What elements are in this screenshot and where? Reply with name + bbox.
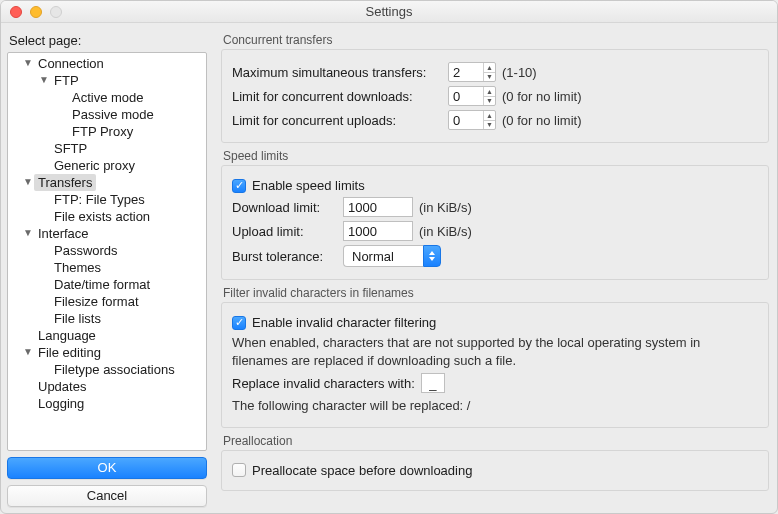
tree-item[interactable]: ▼Logging xyxy=(8,395,206,412)
tree-item[interactable]: ▼Updates xyxy=(8,378,206,395)
disclosure-triangle-icon[interactable]: ▼ xyxy=(22,54,34,71)
tree-item-label: FTP: File Types xyxy=(50,191,149,208)
group-title-concurrent: Concurrent transfers xyxy=(223,33,769,47)
disclosure-triangle-icon[interactable]: ▼ xyxy=(22,173,34,190)
tree-item[interactable]: ▼Interface xyxy=(8,225,206,242)
tree-item[interactable]: ▼File editing xyxy=(8,344,206,361)
tree-item-label: Generic proxy xyxy=(50,157,139,174)
tree-item-label: File editing xyxy=(34,344,105,361)
tree-item[interactable]: ▼Filetype associations xyxy=(8,361,206,378)
page-tree[interactable]: ▼Connection▼FTPActive modePassive modeFT… xyxy=(7,52,207,451)
titlebar: Settings xyxy=(1,1,777,23)
tree-item[interactable]: Passive mode xyxy=(8,106,206,123)
content-pane: Concurrent transfers Maximum simultaneou… xyxy=(213,23,777,514)
tree-item-label: Updates xyxy=(34,378,90,395)
concurrent-downloads-hint: (0 for no limit) xyxy=(502,89,581,104)
tree-item[interactable]: ▼FTP xyxy=(8,72,206,89)
group-prealloc: Preallocate space before downloading xyxy=(221,450,769,491)
tree-item-label: Passive mode xyxy=(68,106,158,123)
tree-item[interactable]: ▼Date/time format xyxy=(8,276,206,293)
tree-item-label: Filesize format xyxy=(50,293,143,310)
upload-limit-unit: (in KiB/s) xyxy=(419,224,472,239)
minimize-icon[interactable] xyxy=(30,6,42,18)
upload-limit-input[interactable] xyxy=(343,221,413,241)
tree-item[interactable]: ▼Connection xyxy=(8,55,206,72)
tree-item[interactable]: Active mode xyxy=(8,89,206,106)
maximize-icon xyxy=(50,6,62,18)
disclosure-triangle-icon[interactable]: ▼ xyxy=(22,343,34,360)
char-filter-description: When enabled, characters that are not su… xyxy=(232,334,758,369)
max-transfers-input[interactable] xyxy=(449,63,483,81)
concurrent-uploads-stepper[interactable]: ▲▼ xyxy=(448,110,496,130)
enable-char-filter-label: Enable invalid character filtering xyxy=(252,315,436,330)
burst-tolerance-value: Normal xyxy=(343,245,423,267)
tree-item-label: Language xyxy=(34,327,100,344)
tree-item[interactable]: ▼Passwords xyxy=(8,242,206,259)
group-title-filter: Filter invalid characters in filenames xyxy=(223,286,769,300)
tree-item[interactable]: ▼File lists xyxy=(8,310,206,327)
download-limit-unit: (in KiB/s) xyxy=(419,200,472,215)
checkbox-icon xyxy=(232,316,246,330)
tree-item-label: Interface xyxy=(34,225,93,242)
download-limit-label: Download limit: xyxy=(232,200,337,215)
tree-item[interactable]: ▼Transfers xyxy=(8,174,206,191)
window-title: Settings xyxy=(1,4,777,19)
group-title-prealloc: Preallocation xyxy=(223,434,769,448)
max-transfers-stepper[interactable]: ▲▼ xyxy=(448,62,496,82)
group-concurrent: Maximum simultaneous transfers: ▲▼ (1-10… xyxy=(221,49,769,143)
tree-item-label: Connection xyxy=(34,55,108,72)
preallocate-label: Preallocate space before downloading xyxy=(252,463,472,478)
tree-item[interactable]: FTP Proxy xyxy=(8,123,206,140)
tree-item-label: Themes xyxy=(50,259,105,276)
concurrent-downloads-input[interactable] xyxy=(449,87,483,105)
concurrent-uploads-input[interactable] xyxy=(449,111,483,129)
sidebar: Select page: ▼Connection▼FTPActive modeP… xyxy=(1,23,213,514)
group-filter: Enable invalid character filtering When … xyxy=(221,302,769,428)
tree-item-label: SFTP xyxy=(50,140,91,157)
tree-item-label: Date/time format xyxy=(50,276,154,293)
replace-char-label: Replace invalid characters with: xyxy=(232,376,415,391)
checkbox-icon xyxy=(232,463,246,477)
tree-item[interactable]: ▼Filesize format xyxy=(8,293,206,310)
disclosure-triangle-icon[interactable]: ▼ xyxy=(38,71,50,88)
concurrent-downloads-label: Limit for concurrent downloads: xyxy=(232,89,442,104)
close-icon[interactable] xyxy=(10,6,22,18)
burst-tolerance-select[interactable]: Normal xyxy=(343,245,441,267)
chevron-updown-icon xyxy=(423,245,441,267)
cancel-button[interactable]: Cancel xyxy=(7,485,207,507)
tree-item-label: File exists action xyxy=(50,208,154,225)
replaced-char-note: The following character will be replaced… xyxy=(232,397,758,415)
select-page-label: Select page: xyxy=(9,33,207,48)
disclosure-triangle-icon[interactable]: ▼ xyxy=(22,224,34,241)
tree-item-label: FTP xyxy=(50,72,83,89)
tree-item[interactable]: ▼File exists action xyxy=(8,208,206,225)
checkbox-icon xyxy=(232,179,246,193)
tree-item-label: Filetype associations xyxy=(50,361,179,378)
concurrent-uploads-label: Limit for concurrent uploads: xyxy=(232,113,442,128)
burst-tolerance-label: Burst tolerance: xyxy=(232,249,337,264)
download-limit-input[interactable] xyxy=(343,197,413,217)
enable-speed-limits-checkbox[interactable]: Enable speed limits xyxy=(232,178,365,193)
tree-item-label: File lists xyxy=(50,310,105,327)
tree-item-label: Passwords xyxy=(50,242,122,259)
enable-char-filter-checkbox[interactable]: Enable invalid character filtering xyxy=(232,315,436,330)
tree-item[interactable]: ▼Themes xyxy=(8,259,206,276)
tree-item-label: Logging xyxy=(34,395,88,412)
tree-item[interactable]: ▼Language xyxy=(8,327,206,344)
tree-item-label: Transfers xyxy=(34,174,96,191)
tree-item[interactable]: ▼FTP: File Types xyxy=(8,191,206,208)
max-transfers-label: Maximum simultaneous transfers: xyxy=(232,65,442,80)
max-transfers-hint: (1-10) xyxy=(502,65,537,80)
tree-item[interactable]: ▼SFTP xyxy=(8,140,206,157)
concurrent-uploads-hint: (0 for no limit) xyxy=(502,113,581,128)
ok-button[interactable]: OK xyxy=(7,457,207,479)
replace-char-input[interactable] xyxy=(421,373,445,393)
group-speed: Enable speed limits Download limit: (in … xyxy=(221,165,769,280)
upload-limit-label: Upload limit: xyxy=(232,224,337,239)
tree-item-label: Active mode xyxy=(68,89,148,106)
tree-item[interactable]: ▼Generic proxy xyxy=(8,157,206,174)
settings-window: Settings Select page: ▼Connection▼FTPAct… xyxy=(0,0,778,514)
tree-item-label: FTP Proxy xyxy=(68,123,137,140)
concurrent-downloads-stepper[interactable]: ▲▼ xyxy=(448,86,496,106)
preallocate-checkbox[interactable]: Preallocate space before downloading xyxy=(232,463,472,478)
